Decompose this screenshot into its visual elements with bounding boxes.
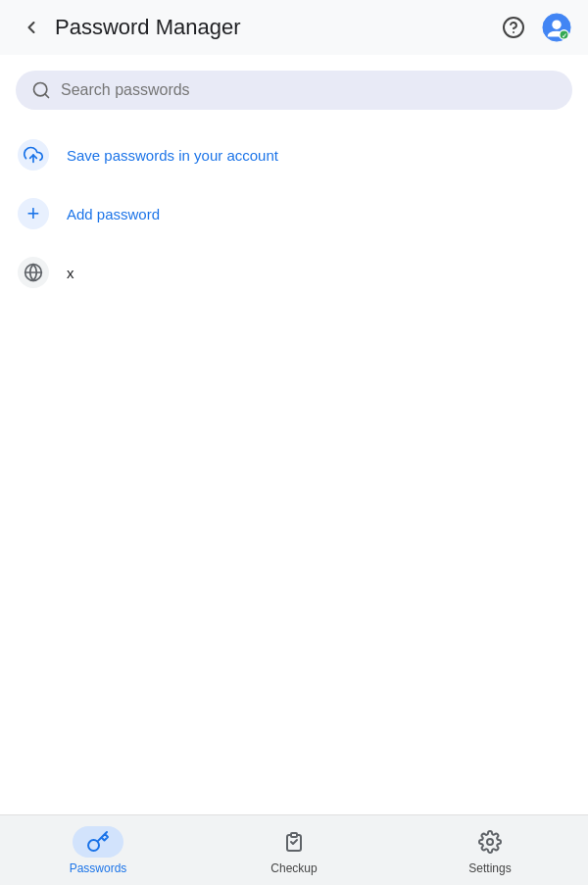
- nav-checkup[interactable]: Checkup: [196, 818, 392, 883]
- help-circle-icon: [502, 16, 525, 39]
- back-button[interactable]: [12, 8, 51, 47]
- page-title: Password Manager: [55, 15, 494, 40]
- add-password-item[interactable]: + Add password: [0, 184, 588, 243]
- header-icons: ✓: [494, 8, 576, 47]
- nav-settings[interactable]: Settings: [392, 818, 588, 883]
- save-passwords-item[interactable]: Save passwords in your account: [0, 125, 588, 184]
- help-button[interactable]: [494, 8, 533, 47]
- entry-label-x: x: [67, 265, 74, 281]
- svg-text:✓: ✓: [562, 32, 567, 39]
- svg-line-7: [45, 94, 49, 98]
- bottom-nav: Passwords Checkup Settings: [0, 814, 588, 885]
- nav-passwords-label: Passwords: [70, 861, 127, 875]
- save-passwords-label: Save passwords in your account: [67, 147, 278, 164]
- app-header: Password Manager ✓: [0, 0, 588, 55]
- main-content: Save passwords in your account + Add pas…: [0, 55, 588, 814]
- svg-point-3: [552, 21, 561, 29]
- settings-icon: [478, 830, 502, 854]
- settings-nav-icon-bg: [465, 826, 515, 858]
- nav-settings-label: Settings: [468, 861, 511, 875]
- search-input[interactable]: [61, 81, 557, 99]
- svg-point-12: [487, 839, 493, 845]
- search-icon: [31, 80, 51, 100]
- passwords-nav-icon-bg: [73, 826, 123, 858]
- search-bar[interactable]: [16, 71, 572, 110]
- plus-icon-wrap: +: [16, 196, 51, 231]
- checkup-icon: [282, 830, 306, 854]
- add-password-label: Add password: [67, 206, 160, 222]
- password-entry-x[interactable]: x: [0, 243, 588, 302]
- key-icon: [86, 830, 110, 854]
- cloud-upload-icon: [16, 137, 51, 172]
- avatar-icon: ✓: [542, 13, 571, 42]
- checkup-nav-icon-bg: [269, 826, 319, 858]
- svg-rect-11: [291, 833, 297, 837]
- nav-checkup-label: Checkup: [270, 861, 317, 875]
- globe-icon: [16, 255, 51, 290]
- nav-passwords[interactable]: Passwords: [0, 818, 196, 883]
- avatar-button[interactable]: ✓: [537, 8, 576, 47]
